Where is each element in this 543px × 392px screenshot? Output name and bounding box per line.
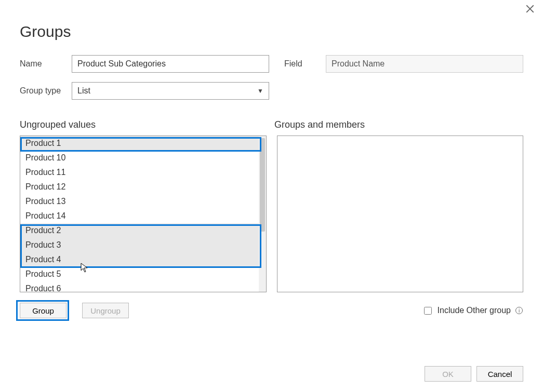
include-other-checkbox[interactable] (424, 307, 432, 315)
ok-button: OK (425, 366, 471, 382)
list-item[interactable]: Product 3 (20, 238, 266, 252)
list-item[interactable]: Product 13 (20, 194, 266, 209)
list-item[interactable]: Product 1 (20, 136, 266, 151)
groups-members-listbox[interactable] (277, 136, 524, 292)
field-label: Field (284, 59, 326, 69)
group-type-label: Group type (20, 86, 72, 96)
close-icon (525, 6, 535, 15)
cancel-button[interactable]: Cancel (476, 366, 523, 382)
list-item[interactable]: Product 4 (20, 252, 266, 267)
list-item[interactable]: Product 14 (20, 209, 266, 223)
groups-dialog: Groups Name Field Group type List ▼ Ungr… (0, 0, 543, 392)
ungrouped-values-listbox[interactable]: Product 1Product 10Product 11Product 12P… (20, 136, 267, 292)
list-item[interactable]: Product 11 (20, 165, 266, 180)
svg-text:i: i (519, 308, 520, 314)
list-item[interactable]: Product 6 (20, 281, 266, 292)
field-input (326, 55, 523, 73)
group-type-select[interactable]: List ▼ (72, 82, 269, 100)
list-item[interactable]: Product 5 (20, 267, 266, 281)
dialog-title: Groups (20, 23, 523, 40)
chevron-down-icon: ▼ (257, 87, 263, 94)
group-button[interactable]: Group (20, 303, 67, 318)
ungrouped-values-label: Ungrouped values (20, 119, 274, 130)
ungroup-button: Ungroup (82, 303, 129, 318)
list-item[interactable]: Product 12 (20, 180, 266, 194)
scrollbar[interactable] (259, 136, 266, 292)
info-icon[interactable]: i (515, 306, 523, 315)
name-input[interactable] (72, 55, 269, 73)
list-item[interactable]: Product 10 (20, 151, 266, 165)
scroll-thumb[interactable] (260, 138, 265, 232)
include-other-label: Include Other group (438, 306, 511, 315)
groups-members-label: Groups and members (274, 119, 365, 130)
close-button[interactable] (525, 4, 538, 17)
list-item[interactable]: Product 2 (20, 223, 266, 238)
group-type-value: List (77, 86, 90, 96)
name-label: Name (20, 59, 72, 69)
